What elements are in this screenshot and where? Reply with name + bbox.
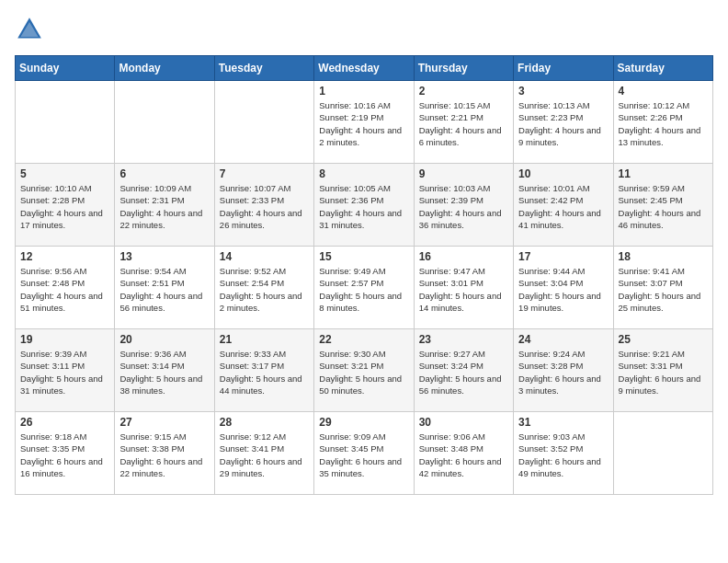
weekday-header: Thursday xyxy=(414,56,513,81)
calendar-cell: 15Sunrise: 9:49 AMSunset: 2:57 PMDayligh… xyxy=(314,247,414,329)
calendar-cell: 22Sunrise: 9:30 AMSunset: 3:21 PMDayligh… xyxy=(314,329,414,412)
day-info: Sunrise: 10:05 AMSunset: 2:36 PMDaylight… xyxy=(319,182,408,231)
day-number: 26 xyxy=(20,416,109,429)
day-info: Sunrise: 10:09 AMSunset: 2:31 PMDaylight… xyxy=(119,182,209,231)
weekday-header: Saturday xyxy=(613,56,712,81)
calendar-cell: 7Sunrise: 10:07 AMSunset: 2:33 PMDayligh… xyxy=(214,164,313,247)
day-info: Sunrise: 9:36 AMSunset: 3:14 PMDaylight:… xyxy=(119,348,209,396)
logo xyxy=(15,15,48,44)
day-number: 11 xyxy=(619,167,708,180)
day-info: Sunrise: 10:03 AMSunset: 2:39 PMDaylight… xyxy=(419,182,508,231)
calendar-cell xyxy=(115,81,214,164)
calendar-week-row: 12Sunrise: 9:56 AMSunset: 2:48 PMDayligh… xyxy=(16,247,713,329)
day-info: Sunrise: 10:15 AMSunset: 2:21 PMDaylight… xyxy=(419,99,508,148)
calendar-cell: 3Sunrise: 10:13 AMSunset: 2:23 PMDayligh… xyxy=(514,81,613,164)
day-info: Sunrise: 10:13 AMSunset: 2:23 PMDaylight… xyxy=(518,99,608,148)
day-info: Sunrise: 9:52 AMSunset: 2:54 PMDaylight:… xyxy=(220,265,309,314)
calendar-cell: 30Sunrise: 9:06 AMSunset: 3:48 PMDayligh… xyxy=(414,412,513,495)
day-info: Sunrise: 9:47 AMSunset: 3:01 PMDaylight:… xyxy=(419,265,508,314)
day-info: Sunrise: 10:16 AMSunset: 2:19 PMDaylight… xyxy=(319,99,408,148)
calendar-cell: 24Sunrise: 9:24 AMSunset: 3:28 PMDayligh… xyxy=(514,329,613,412)
weekday-header: Monday xyxy=(115,56,214,81)
day-number: 31 xyxy=(518,416,608,429)
calendar-cell: 2Sunrise: 10:15 AMSunset: 2:21 PMDayligh… xyxy=(414,81,513,164)
calendar-week-row: 26Sunrise: 9:18 AMSunset: 3:35 PMDayligh… xyxy=(16,412,713,495)
calendar-week-row: 19Sunrise: 9:39 AMSunset: 3:11 PMDayligh… xyxy=(16,329,713,412)
day-info: Sunrise: 9:06 AMSunset: 3:48 PMDaylight:… xyxy=(419,431,508,479)
day-info: Sunrise: 9:41 AMSunset: 3:07 PMDaylight:… xyxy=(619,265,708,314)
day-info: Sunrise: 9:24 AMSunset: 3:28 PMDaylight:… xyxy=(518,348,608,396)
day-number: 29 xyxy=(319,416,408,429)
calendar-cell: 10Sunrise: 10:01 AMSunset: 2:42 PMDaylig… xyxy=(514,164,613,247)
calendar-cell: 29Sunrise: 9:09 AMSunset: 3:45 PMDayligh… xyxy=(314,412,414,495)
day-info: Sunrise: 9:44 AMSunset: 3:04 PMDaylight:… xyxy=(518,265,608,314)
day-number: 9 xyxy=(419,167,508,180)
day-number: 28 xyxy=(220,416,309,429)
weekday-header: Wednesday xyxy=(314,56,414,81)
calendar-cell xyxy=(16,81,115,164)
calendar-cell: 5Sunrise: 10:10 AMSunset: 2:28 PMDayligh… xyxy=(16,164,115,247)
day-info: Sunrise: 10:12 AMSunset: 2:26 PMDaylight… xyxy=(619,99,708,148)
day-info: Sunrise: 9:12 AMSunset: 3:41 PMDaylight:… xyxy=(220,431,309,479)
day-number: 2 xyxy=(419,85,508,98)
calendar-cell xyxy=(613,412,712,495)
day-info: Sunrise: 9:54 AMSunset: 2:51 PMDaylight:… xyxy=(119,265,209,314)
weekday-header: Tuesday xyxy=(214,56,313,81)
calendar-cell: 16Sunrise: 9:47 AMSunset: 3:01 PMDayligh… xyxy=(414,247,513,329)
day-number: 14 xyxy=(220,250,309,263)
calendar-cell: 20Sunrise: 9:36 AMSunset: 3:14 PMDayligh… xyxy=(115,329,214,412)
day-number: 5 xyxy=(20,167,109,180)
day-number: 12 xyxy=(20,250,109,263)
day-number: 4 xyxy=(619,85,708,98)
day-number: 17 xyxy=(518,250,608,263)
day-number: 6 xyxy=(119,167,209,180)
day-number: 16 xyxy=(419,250,508,263)
weekday-header: Sunday xyxy=(16,56,115,81)
day-number: 24 xyxy=(518,333,608,346)
day-info: Sunrise: 9:15 AMSunset: 3:38 PMDaylight:… xyxy=(119,431,209,479)
day-number: 20 xyxy=(119,333,209,346)
day-info: Sunrise: 10:07 AMSunset: 2:33 PMDaylight… xyxy=(220,182,309,231)
day-info: Sunrise: 9:03 AMSunset: 3:52 PMDaylight:… xyxy=(518,431,608,479)
day-info: Sunrise: 9:27 AMSunset: 3:24 PMDaylight:… xyxy=(419,348,508,396)
calendar-week-row: 1Sunrise: 10:16 AMSunset: 2:19 PMDayligh… xyxy=(16,81,713,164)
day-info: Sunrise: 9:21 AMSunset: 3:31 PMDaylight:… xyxy=(619,348,708,396)
day-number: 7 xyxy=(220,167,309,180)
calendar-cell: 21Sunrise: 9:33 AMSunset: 3:17 PMDayligh… xyxy=(214,329,313,412)
day-number: 23 xyxy=(419,333,508,346)
calendar-cell: 23Sunrise: 9:27 AMSunset: 3:24 PMDayligh… xyxy=(414,329,513,412)
day-number: 15 xyxy=(319,250,408,263)
calendar-cell: 1Sunrise: 10:16 AMSunset: 2:19 PMDayligh… xyxy=(314,81,414,164)
calendar-cell xyxy=(214,81,313,164)
day-info: Sunrise: 9:18 AMSunset: 3:35 PMDaylight:… xyxy=(20,431,109,479)
calendar-table: SundayMondayTuesdayWednesdayThursdayFrid… xyxy=(15,55,713,495)
page-header xyxy=(15,15,713,44)
calendar-cell: 9Sunrise: 10:03 AMSunset: 2:39 PMDayligh… xyxy=(414,164,513,247)
weekday-header-row: SundayMondayTuesdayWednesdayThursdayFrid… xyxy=(16,56,713,81)
calendar-cell: 4Sunrise: 10:12 AMSunset: 2:26 PMDayligh… xyxy=(613,81,712,164)
calendar-cell: 13Sunrise: 9:54 AMSunset: 2:51 PMDayligh… xyxy=(115,247,214,329)
day-info: Sunrise: 9:09 AMSunset: 3:45 PMDaylight:… xyxy=(319,431,408,479)
calendar-cell: 27Sunrise: 9:15 AMSunset: 3:38 PMDayligh… xyxy=(115,412,214,495)
day-number: 25 xyxy=(619,333,708,346)
day-number: 19 xyxy=(20,333,109,346)
day-info: Sunrise: 9:49 AMSunset: 2:57 PMDaylight:… xyxy=(319,265,408,314)
day-info: Sunrise: 9:39 AMSunset: 3:11 PMDaylight:… xyxy=(20,348,109,396)
calendar-cell: 18Sunrise: 9:41 AMSunset: 3:07 PMDayligh… xyxy=(613,247,712,329)
calendar-cell: 8Sunrise: 10:05 AMSunset: 2:36 PMDayligh… xyxy=(314,164,414,247)
calendar-cell: 12Sunrise: 9:56 AMSunset: 2:48 PMDayligh… xyxy=(16,247,115,329)
day-info: Sunrise: 10:10 AMSunset: 2:28 PMDaylight… xyxy=(20,182,109,231)
calendar-week-row: 5Sunrise: 10:10 AMSunset: 2:28 PMDayligh… xyxy=(16,164,713,247)
day-info: Sunrise: 9:30 AMSunset: 3:21 PMDaylight:… xyxy=(319,348,408,396)
calendar-cell: 11Sunrise: 9:59 AMSunset: 2:45 PMDayligh… xyxy=(613,164,712,247)
day-number: 27 xyxy=(119,416,209,429)
day-number: 21 xyxy=(220,333,309,346)
calendar-cell: 19Sunrise: 9:39 AMSunset: 3:11 PMDayligh… xyxy=(16,329,115,412)
day-number: 13 xyxy=(119,250,209,263)
calendar-cell: 25Sunrise: 9:21 AMSunset: 3:31 PMDayligh… xyxy=(613,329,712,412)
day-info: Sunrise: 9:56 AMSunset: 2:48 PMDaylight:… xyxy=(20,265,109,314)
day-number: 1 xyxy=(319,85,408,98)
day-number: 10 xyxy=(518,167,608,180)
weekday-header: Friday xyxy=(514,56,613,81)
day-info: Sunrise: 10:01 AMSunset: 2:42 PMDaylight… xyxy=(518,182,608,231)
